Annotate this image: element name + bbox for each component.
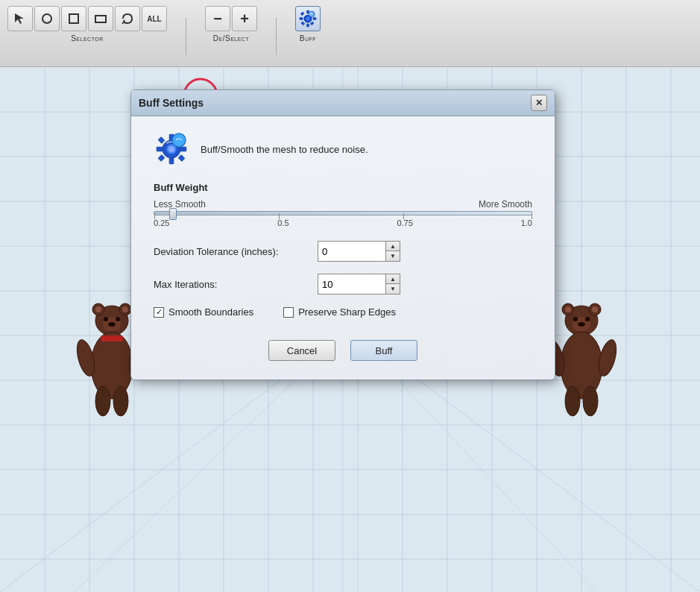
svg-rect-81 <box>169 158 174 164</box>
tick-10: 1.0 <box>521 218 532 227</box>
deselect-buttons: − + <box>205 6 257 31</box>
dialog-buttons: Cancel Buff <box>154 336 532 361</box>
svg-rect-12 <box>310 22 314 25</box>
less-smooth-label: Less Smooth <box>154 199 206 210</box>
toolbar-divider-2 <box>276 18 277 55</box>
buff-buttons <box>295 6 321 31</box>
buff-group: Buff <box>295 6 321 42</box>
max-iter-label: Max Iterations: <box>154 279 318 290</box>
svg-point-57 <box>91 332 133 399</box>
deviation-label: Deviation Tolerance (inches): <box>154 246 318 257</box>
svg-point-60 <box>95 386 110 416</box>
svg-point-66 <box>565 306 571 312</box>
deselect-plus-button[interactable]: + <box>232 6 257 31</box>
buff-tool-button[interactable] <box>295 6 321 31</box>
slider-container <box>154 211 532 215</box>
all-select-button[interactable]: ALL <box>142 6 167 31</box>
svg-point-71 <box>578 322 585 327</box>
preserve-sharp-checkbox-item[interactable]: Preserve Sharp Edges <box>283 306 396 318</box>
svg-point-54 <box>104 317 108 321</box>
deviation-input[interactable] <box>318 242 385 261</box>
svg-rect-3 <box>95 16 106 22</box>
deviation-spinbox: ▲ ▼ <box>318 241 400 262</box>
buff-label: Buff <box>300 34 316 42</box>
svg-rect-11 <box>300 12 304 16</box>
smooth-boundaries-label: Smooth Boundaries <box>168 306 253 318</box>
dialog-header-row: Buff/Smooth the mesh to reduce noise. <box>154 131 532 167</box>
arrow-tool-button[interactable] <box>7 6 33 31</box>
smooth-boundaries-checkbox[interactable]: ✓ <box>154 307 164 318</box>
max-iter-up-button[interactable]: ▲ <box>386 274 400 284</box>
svg-point-51 <box>95 306 101 312</box>
tick-05: 0.5 <box>277 218 288 227</box>
deviation-spinbox-buttons: ▲ ▼ <box>385 242 400 261</box>
tick-025: 0.25 <box>154 218 169 227</box>
svg-point-69 <box>573 317 578 321</box>
dialog-content: Buff/Smooth the mesh to reduce noise. Bu… <box>131 116 555 380</box>
toolbar-divider-1 <box>186 18 186 55</box>
lasso-select-button[interactable] <box>115 6 140 31</box>
checkbox-row: ✓ Smooth Boundaries Preserve Sharp Edges <box>154 306 532 318</box>
circle-select-button[interactable] <box>34 6 60 31</box>
svg-point-76 <box>583 386 598 416</box>
svg-marker-0 <box>15 13 24 24</box>
deselect-minus-button[interactable]: − <box>205 6 230 31</box>
svg-rect-8 <box>307 24 309 27</box>
deselect-group: − + De/Select <box>205 6 257 42</box>
svg-rect-10 <box>313 18 316 20</box>
selector-buttons: ALL <box>7 6 167 31</box>
svg-rect-84 <box>158 136 165 143</box>
svg-point-72 <box>561 332 602 399</box>
buff-weight-section: Buff Weight Less Smooth More Smooth 0.25… <box>154 182 532 227</box>
deviation-row: Deviation Tolerance (inches): ▲ ▼ <box>154 241 532 262</box>
svg-point-70 <box>585 317 590 321</box>
max-iter-spinbox: ▲ ▼ <box>318 274 400 295</box>
deselect-label: De/Select <box>213 34 249 42</box>
svg-rect-86 <box>158 154 165 161</box>
svg-point-55 <box>116 317 120 321</box>
smooth-boundaries-checkbox-item[interactable]: ✓ Smooth Boundaries <box>154 306 253 318</box>
slider-track <box>154 211 532 215</box>
dialog-title: Buff Settings <box>139 97 204 109</box>
deviation-down-button[interactable]: ▼ <box>386 251 400 261</box>
svg-point-79 <box>168 146 174 152</box>
square-select-button[interactable] <box>61 6 86 31</box>
buff-button[interactable]: Buff <box>350 340 417 361</box>
svg-point-67 <box>592 306 598 312</box>
buff-weight-label: Buff Weight <box>154 182 532 193</box>
svg-rect-9 <box>300 18 303 20</box>
svg-point-88 <box>172 133 186 147</box>
svg-point-61 <box>113 386 128 416</box>
toolbar: ALL Selector − + De/Select <box>0 0 700 67</box>
max-iter-spinbox-buttons: ▲ ▼ <box>385 274 400 294</box>
svg-point-1 <box>42 14 51 23</box>
svg-rect-2 <box>69 14 78 23</box>
svg-line-4 <box>122 22 124 24</box>
max-iter-input[interactable] <box>318 274 385 294</box>
gear-icon <box>154 131 189 167</box>
deviation-up-button[interactable]: ▲ <box>386 242 400 251</box>
max-iter-row: Max Iterations: ▲ ▼ <box>154 274 532 295</box>
buff-dialog: Buff Settings ✕ <box>130 89 555 380</box>
dialog-close-button[interactable]: ✕ <box>531 95 547 111</box>
svg-point-56 <box>108 322 116 327</box>
svg-rect-87 <box>178 154 185 161</box>
preserve-sharp-checkbox[interactable] <box>283 307 294 318</box>
svg-rect-14 <box>301 22 305 25</box>
slider-tick-labels: 0.25 0.5 0.75 1.0 <box>154 218 532 227</box>
buff-weight-thumb[interactable] <box>169 208 177 220</box>
svg-rect-62 <box>101 336 123 341</box>
svg-point-75 <box>565 386 580 416</box>
cancel-button[interactable]: Cancel <box>268 340 335 361</box>
svg-point-52 <box>122 306 128 312</box>
svg-point-15 <box>309 11 315 17</box>
slider-labels: Less Smooth More Smooth <box>154 199 532 210</box>
dialog-titlebar: Buff Settings ✕ <box>131 90 555 116</box>
svg-rect-82 <box>157 147 163 151</box>
dialog-description: Buff/Smooth the mesh to reduce noise. <box>201 144 368 155</box>
max-iter-down-button[interactable]: ▼ <box>386 284 400 294</box>
more-smooth-label: More Smooth <box>479 199 532 210</box>
rect-select-button[interactable] <box>88 6 113 31</box>
svg-rect-83 <box>180 147 186 151</box>
selector-label: Selector <box>71 34 104 42</box>
